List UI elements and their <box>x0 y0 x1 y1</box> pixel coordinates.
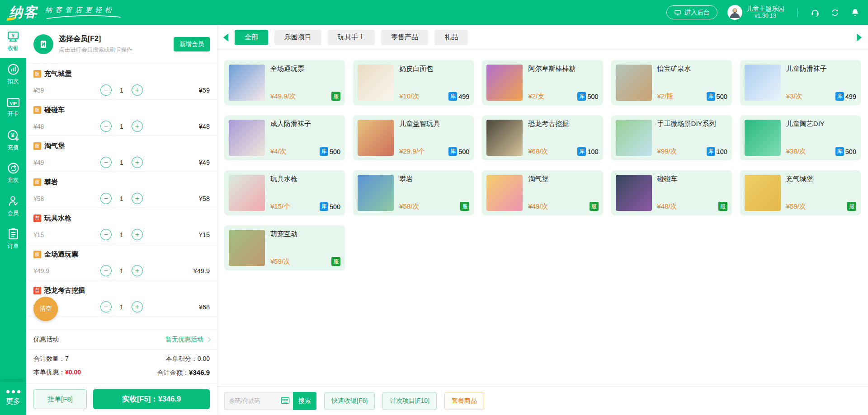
decrease-qty-button[interactable]: − <box>100 301 112 312</box>
cart-item-total: ¥49.9 <box>143 267 210 275</box>
product-price: ¥49/次 <box>528 202 589 211</box>
count-item-button[interactable]: 计次项目[F10] <box>382 392 437 410</box>
product-card[interactable]: 恐龙考古挖掘 ¥68/次 库 100 <box>482 115 603 160</box>
category-tab[interactable]: 玩具手工 <box>328 30 375 45</box>
promo-row[interactable]: 优惠活动 暂无优惠活动 <box>26 330 217 350</box>
product-card[interactable]: 成人防滑袜子 ¥4/次 库 500 <box>224 115 345 160</box>
sync-icon[interactable] <box>830 8 840 18</box>
increase-qty-button[interactable]: + <box>132 301 143 312</box>
service-badge: 服 <box>460 202 469 211</box>
product-image <box>358 120 394 156</box>
cart-item[interactable]: 服 攀岩 ¥58 − 1 + ¥58 <box>26 172 217 208</box>
stock-chip-icon: 库 <box>707 147 715 156</box>
product-image <box>745 120 781 156</box>
header-divider <box>797 8 797 17</box>
sidebar-item-recharge-count[interactable]: 充次 <box>0 157 26 190</box>
decrease-qty-button[interactable]: − <box>100 265 112 276</box>
sidebar-item-more[interactable]: 更多 <box>0 382 26 415</box>
combo-product-button[interactable]: 套餐商品 <box>444 392 484 410</box>
member-select-area[interactable]: 选择会员[F2] 点击进行会员搜索或刷卡操作 新增会员 <box>26 25 217 64</box>
version-number: v1.30.13 <box>746 13 784 20</box>
product-card[interactable]: 攀岩 ¥58/次 服 <box>353 170 474 215</box>
product-card[interactable]: 儿童陶艺DIY ¥38/次 库 500 <box>740 115 861 160</box>
customer-service-icon[interactable] <box>810 8 820 18</box>
cart-item[interactable]: 服 淘气堡 ¥49 − 1 + ¥49 <box>26 136 217 172</box>
cart-item[interactable]: 服 充气城堡 ¥59 − 1 + ¥59 <box>26 64 217 100</box>
sidebar-item-recharge[interactable]: ¥ 充值 <box>0 124 26 157</box>
product-price: ¥3/次 <box>786 92 835 101</box>
product-card[interactable]: 碰碰车 ¥48/次 服 <box>611 170 732 215</box>
product-card[interactable]: 阿尔卑斯棒棒糖 ¥2/支 库 500 <box>482 60 603 105</box>
product-card[interactable]: 全场通玩票 ¥49.9/次 服 <box>224 60 345 105</box>
sidebar-item-member[interactable]: 会员 <box>0 190 26 223</box>
product-card[interactable]: 淘气堡 ¥49/次 服 <box>482 170 603 215</box>
decrease-qty-button[interactable]: − <box>100 193 112 204</box>
total-qty-value: 7 <box>65 355 69 362</box>
stock-badge: 库 500 <box>577 92 598 101</box>
stock-count: 100 <box>587 148 598 155</box>
cart-item-total: ¥68 <box>143 303 210 311</box>
sidebar-item-deduct-count[interactable]: 扣次 <box>0 58 26 91</box>
sidebar-item-cashier[interactable]: ¥ 收银 <box>0 25 26 58</box>
scroll-right-arrow[interactable] <box>857 33 862 42</box>
clear-cart-button[interactable]: 清空 <box>33 297 58 321</box>
product-image <box>229 120 265 156</box>
total-qty-label: 合计数量： <box>33 355 65 362</box>
checkout-button[interactable]: 实收[F5]：¥346.9 <box>93 389 210 409</box>
cart-item[interactable]: 服 全场通玩票 ¥49.9 − 1 + ¥49.9 <box>26 244 217 280</box>
item-type-badge: 服 <box>33 178 41 186</box>
cart-item-total: ¥59 <box>143 87 210 94</box>
product-card[interactable]: 玩具水枪 ¥15/个 库 500 <box>224 170 345 215</box>
product-card[interactable]: 萌宠互动 ¥59/次 服 <box>224 225 345 270</box>
member-select-subtitle: 点击进行会员搜索或刷卡操作 <box>59 46 174 54</box>
stock-badge: 库 500 <box>835 147 856 156</box>
discount-label: 本单优惠： <box>33 368 65 376</box>
hold-order-button[interactable]: 挂单[F8] <box>33 389 87 409</box>
decrease-qty-button[interactable]: − <box>100 229 112 240</box>
cart-item[interactable]: 服 碰碰车 ¥48 − 1 + ¥48 <box>26 100 217 136</box>
increase-qty-button[interactable]: + <box>132 121 143 132</box>
quick-cashier-button[interactable]: 快速收银[F6] <box>324 392 375 410</box>
product-image <box>358 65 394 101</box>
product-card[interactable]: 儿童益智玩具 ¥29.9/个 库 500 <box>353 115 474 160</box>
product-price: ¥2/瓶 <box>657 92 707 101</box>
search-button[interactable]: 搜索 <box>293 392 316 410</box>
product-card[interactable]: 儿童防滑袜子 ¥3/次 库 499 <box>740 60 861 105</box>
product-card[interactable]: 充气城堡 ¥59/次 服 <box>740 170 861 215</box>
increase-qty-button[interactable]: + <box>132 84 143 96</box>
account-info[interactable]: 儿童主题乐园 v1.30.13 <box>727 5 784 20</box>
category-tab[interactable]: 乐园项目 <box>274 30 321 45</box>
increase-qty-button[interactable]: + <box>132 193 143 204</box>
product-image <box>229 65 265 101</box>
decrease-qty-button[interactable]: − <box>100 84 112 96</box>
stock-badge: 库 500 <box>707 92 727 101</box>
product-card[interactable]: 手工微场景DIY系列 ¥99/次 库 100 <box>611 115 732 160</box>
enter-backend-button[interactable]: 进入后台 <box>666 5 717 19</box>
product-name: 淘气堡 <box>528 175 598 183</box>
product-name: 攀岩 <box>399 175 469 183</box>
cart-item-total: ¥58 <box>143 195 210 202</box>
increase-qty-button[interactable]: + <box>132 229 143 240</box>
sidebar-item-orders[interactable]: 订单 <box>0 223 26 256</box>
cart-item[interactable]: 普 玩具水枪 ¥15 − 1 + ¥15 <box>26 208 217 244</box>
keyboard-icon[interactable] <box>281 396 290 405</box>
category-tab[interactable]: 全部 <box>235 30 268 45</box>
increase-qty-button[interactable]: + <box>132 157 143 168</box>
decrease-qty-button[interactable]: − <box>100 121 112 132</box>
product-card[interactable]: 怡宝矿泉水 ¥2/瓶 库 500 <box>611 60 732 105</box>
product-image <box>486 65 523 101</box>
decrease-qty-button[interactable]: − <box>100 157 112 168</box>
stock-chip-icon: 库 <box>707 92 715 101</box>
category-tab[interactable]: 礼品 <box>434 30 468 45</box>
increase-qty-button[interactable]: + <box>132 265 143 276</box>
product-card[interactable]: 奶皮白面包 ¥10/次 库 499 <box>353 60 474 105</box>
stock-chip-icon: 库 <box>835 147 844 156</box>
category-tab[interactable]: 零售产品 <box>381 30 428 45</box>
scroll-left-arrow[interactable] <box>223 33 228 42</box>
sidebar-item-vip-card[interactable]: VIP 开卡 <box>0 91 26 124</box>
member-select-title: 选择会员[F2] <box>59 34 174 44</box>
add-member-button[interactable]: 新增会员 <box>174 37 210 51</box>
service-badge: 服 <box>590 202 599 211</box>
notification-bell-icon[interactable] <box>850 8 860 18</box>
product-image <box>486 120 523 156</box>
